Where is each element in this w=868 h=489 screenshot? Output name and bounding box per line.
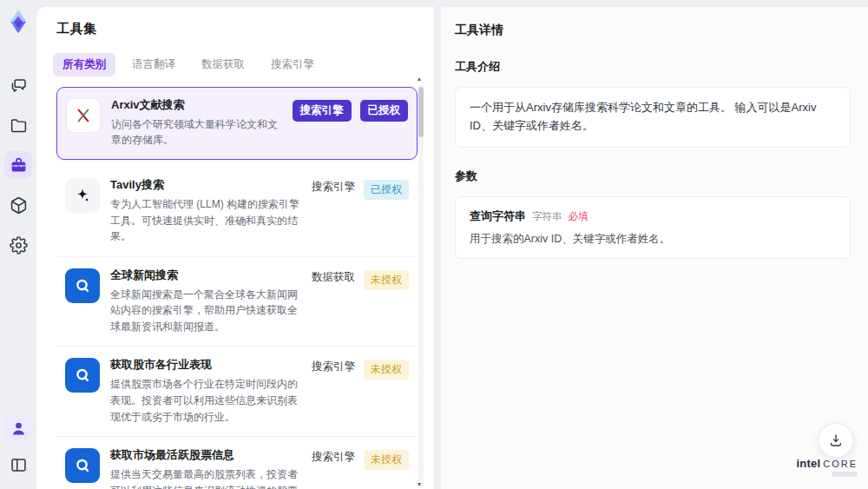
- auth-status-badge: 未授权: [364, 270, 409, 290]
- param-required-flag: 必填: [569, 210, 589, 223]
- page-title: 工具集: [56, 21, 434, 37]
- arxiv-logo-icon: [66, 98, 101, 133]
- panel-divider: [434, 7, 441, 489]
- param-type: 字符串: [532, 210, 562, 223]
- toolbox-icon[interactable]: [4, 151, 32, 179]
- param-name: 查询字符串: [470, 208, 526, 224]
- tool-description: 提供当天交易量最高的股票列表，投资者可以利用这些信息来识别流动性强的股票和潜在的…: [110, 466, 301, 489]
- sparkle-icon: [65, 178, 100, 213]
- auth-status-badge: 未授权: [364, 450, 409, 470]
- intro-section-title: 工具介绍: [455, 59, 851, 75]
- tool-intro-text: 一个用于从Arxiv存储库搜索科学论文和文章的工具。 输入可以是Arxiv ID…: [455, 87, 851, 148]
- tool-card[interactable]: Arxiv文献搜索 访问各个研究领域大量科学论文和文章的存储库。 搜索引擎 已授…: [56, 87, 418, 160]
- intel-core-logo: intel CORE: [796, 458, 858, 477]
- detail-title: 工具详情: [455, 23, 851, 38]
- folder-icon[interactable]: [4, 111, 32, 139]
- scrollbar-up-icon[interactable]: ▴: [418, 75, 421, 83]
- tool-description: 全球新闻搜索是一个聚合全球各大新闻网站内容的搜索引擎，帮助用户快速获取全球最新资…: [110, 287, 301, 335]
- tool-description: 提供股票市场各个行业在特定时间段内的表现。投资者可以利用这些信息来识别表现优于或…: [110, 376, 301, 425]
- rail-nav: [4, 71, 32, 259]
- news-globe-icon: [65, 268, 100, 303]
- category-tab[interactable]: 语言翻译: [122, 53, 185, 76]
- list-scrollbar[interactable]: ▴ ▾: [418, 85, 424, 487]
- app-logo-icon[interactable]: [5, 9, 31, 35]
- tool-card[interactable]: Tavily搜索 专为人工智能代理 (LLM) 构建的搜索引擎工具。可快速提供实…: [56, 167, 418, 257]
- category-tab[interactable]: 所有类别: [53, 53, 115, 76]
- category-badge: 搜索引擎: [312, 180, 355, 195]
- tool-name: Tavily搜索: [110, 178, 301, 193]
- params-list: 查询字符串 字符串 必填 用于搜索的Arxiv ID、关键字或作者姓名。: [455, 196, 851, 259]
- user-avatar-icon[interactable]: [4, 414, 32, 442]
- tool-card[interactable]: 获取市场最活跃股票信息 提供当天交易量最高的股票列表，投资者可以利用这些信息来识…: [56, 437, 418, 489]
- tool-description: 专为人工智能代理 (LLM) 构建的搜索引擎工具。可快速提供实时、准确和真实的结…: [110, 196, 301, 245]
- news-globe-icon: [65, 448, 100, 483]
- category-tabs: 所有类别语言翻译数据获取搜索引擎: [53, 53, 434, 76]
- param-card: 查询字符串 字符串 必填 用于搜索的Arxiv ID、关键字或作者姓名。: [455, 196, 851, 259]
- category-badge: 搜索引擎: [312, 360, 355, 374]
- main-area: 工具集 所有类别语言翻译数据获取搜索引擎 Arxiv文献搜索 访问各个研究领域大…: [36, 7, 868, 489]
- collapse-panel-icon[interactable]: [4, 451, 32, 479]
- download-button[interactable]: [819, 423, 853, 458]
- tool-detail-panel: 工具详情 工具介绍 一个用于从Arxiv存储库搜索科学论文和文章的工具。 输入可…: [441, 7, 868, 489]
- tool-name: 获取市场最活跃股票信息: [110, 448, 301, 463]
- rail-bottom: [4, 414, 32, 479]
- tool-name: Arxiv文献搜索: [111, 98, 282, 113]
- tool-card[interactable]: 全球新闻搜索 全球新闻搜索是一个聚合全球各大新闻网站内容的搜索引擎，帮助用户快速…: [56, 257, 418, 347]
- gear-icon[interactable]: [4, 231, 32, 259]
- brand-badge-bar: [832, 472, 858, 477]
- cube-icon[interactable]: [4, 191, 32, 219]
- category-tab[interactable]: 搜索引擎: [261, 53, 324, 76]
- auth-status-badge: 已授权: [364, 180, 409, 200]
- tool-card[interactable]: 获取股市各行业表现 提供股票市场各个行业在特定时间段内的表现。投资者可以利用这些…: [56, 347, 418, 437]
- params-section-title: 参数: [455, 169, 851, 184]
- auth-status-badge: 已授权: [360, 100, 409, 122]
- core-wordmark: CORE: [823, 459, 858, 469]
- tool-name: 全球新闻搜索: [110, 268, 301, 283]
- param-description: 用于搜索的Arxiv ID、关键字或作者姓名。: [470, 232, 836, 247]
- category-badge: 搜索引擎: [312, 450, 355, 465]
- tool-name: 获取股市各行业表现: [110, 358, 301, 373]
- tool-list: Arxiv文献搜索 访问各个研究领域大量科学论文和文章的存储库。 搜索引擎 已授…: [56, 87, 418, 489]
- tool-list-panel: 工具集 所有类别语言翻译数据获取搜索引擎 Arxiv文献搜索 访问各个研究领域大…: [36, 7, 434, 489]
- scrollbar-thumb[interactable]: [418, 87, 424, 137]
- category-badge: 搜索引擎: [293, 100, 352, 122]
- chat-icon[interactable]: [4, 71, 32, 99]
- news-globe-icon: [65, 358, 100, 393]
- tool-description: 访问各个研究领域大量科学论文和文章的存储库。: [111, 116, 282, 149]
- scrollbar-down-icon[interactable]: ▾: [418, 480, 421, 488]
- category-tab[interactable]: 数据获取: [192, 53, 254, 76]
- left-rail: [0, 0, 36, 489]
- category-badge: 数据获取: [312, 270, 355, 285]
- intel-wordmark: intel: [796, 458, 820, 469]
- auth-status-badge: 未授权: [364, 360, 409, 380]
